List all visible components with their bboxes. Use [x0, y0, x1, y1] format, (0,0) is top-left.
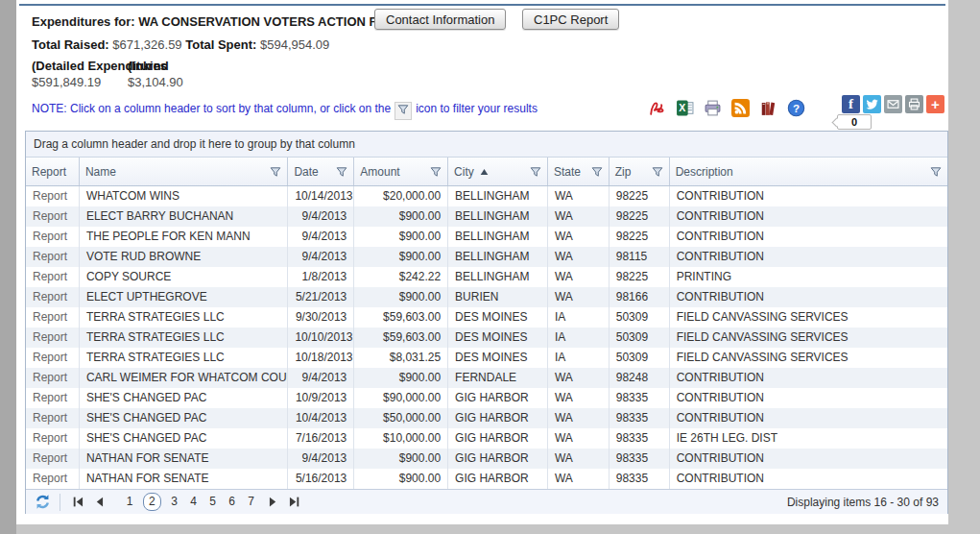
twitter-share-icon[interactable]: [863, 95, 881, 113]
cell-amount: $20,000.00: [354, 186, 448, 206]
cell-amount: $900.00: [354, 469, 448, 489]
report-link[interactable]: Report: [33, 290, 67, 303]
page-button-7[interactable]: 7: [246, 494, 257, 510]
report-link[interactable]: Report: [33, 411, 67, 425]
report-link[interactable]: Report: [33, 330, 67, 344]
excel-export-icon[interactable]: X: [676, 99, 694, 117]
report-link[interactable]: Report: [33, 230, 67, 243]
cell-date: 5/16/2013: [288, 469, 354, 489]
last-page-button[interactable]: [288, 496, 300, 508]
table-row: ReportTERRA STRATEGIES LLC10/10/2013$59,…: [26, 328, 947, 348]
column-header-city[interactable]: City: [448, 158, 548, 185]
table-row: ReportCARL WEIMER FOR WHATCOM COUNTY9/4/…: [26, 368, 947, 388]
page-button-3[interactable]: 3: [169, 494, 180, 510]
cell-amount: $900.00: [354, 247, 448, 267]
facebook-share-icon[interactable]: f: [842, 95, 860, 113]
filter-icon[interactable]: [530, 166, 541, 178]
cell-zip: 98225: [610, 267, 670, 287]
cell-report: Report: [26, 469, 80, 489]
column-header-zip[interactable]: Zip: [610, 158, 670, 185]
filter-icon[interactable]: [336, 166, 347, 178]
contact-information-button[interactable]: Contact Information: [374, 9, 506, 30]
note-text-before: NOTE: Click on a column header to sort b…: [32, 102, 391, 115]
cell-state: IA: [548, 307, 610, 328]
cell-zip: 98166: [610, 287, 670, 307]
filter-icon[interactable]: [930, 166, 942, 178]
refresh-icon[interactable]: [35, 494, 51, 510]
table-row: ReportTHE PEOPLE FOR KEN MANN9/4/2013$90…: [26, 227, 947, 247]
cell-description: IE 26TH LEG. DIST: [670, 428, 947, 449]
sharethis-more-icon[interactable]: +: [926, 95, 944, 113]
cell-description: CONTRIBUTION: [670, 227, 947, 247]
cell-description: CONTRIBUTION: [670, 388, 947, 408]
report-link[interactable]: Report: [33, 209, 67, 223]
previous-page-button[interactable]: [93, 496, 106, 508]
report-link[interactable]: Report: [33, 270, 67, 283]
filter-icon[interactable]: [430, 166, 442, 178]
first-page-button[interactable]: [72, 496, 84, 508]
rss-feed-icon[interactable]: [731, 99, 750, 117]
c1pc-report-button[interactable]: C1PC Report: [522, 9, 619, 30]
cell-city: BELLINGHAM: [448, 206, 548, 227]
filter-icon[interactable]: [591, 166, 603, 178]
cell-city: BELLINGHAM: [448, 267, 548, 287]
column-header-label: Date: [294, 165, 318, 179]
next-page-button[interactable]: [267, 496, 279, 508]
column-header-report[interactable]: Report: [26, 158, 80, 185]
cell-state: WA: [548, 428, 610, 449]
cell-city: GIG HARBOR: [448, 428, 548, 449]
title-label: Expenditures for:: [32, 14, 135, 29]
cell-amount: $59,603.00: [354, 328, 448, 348]
report-link[interactable]: Report: [33, 189, 67, 203]
cell-name: CARL WEIMER FOR WHATCOM COUNTY: [80, 368, 289, 388]
cell-state: WA: [548, 287, 610, 307]
cell-name: VOTE RUD BROWNE: [80, 247, 289, 267]
filter-icon[interactable]: [270, 166, 281, 178]
report-link[interactable]: Report: [33, 391, 67, 404]
page-button-5[interactable]: 5: [207, 494, 219, 510]
cell-date: 10/18/2013: [288, 348, 354, 368]
page-button-4[interactable]: 4: [188, 494, 200, 510]
column-header-date[interactable]: Date: [288, 158, 354, 185]
expenditures-grid: Drag a column header and drop it here to…: [25, 131, 948, 514]
table-row: ReportTERRA STRATEGIES LLC10/18/2013$8,0…: [26, 348, 947, 368]
pdf-export-icon[interactable]: [648, 99, 666, 117]
report-link[interactable]: Report: [33, 451, 67, 465]
group-by-drop-zone[interactable]: Drag a column header and drop it here to…: [26, 132, 947, 158]
cell-name: TERRA STRATEGIES LLC: [80, 348, 289, 368]
print-share-icon[interactable]: [905, 95, 923, 113]
cell-description: PRINTING: [670, 267, 947, 287]
reports-library-icon[interactable]: [759, 99, 777, 117]
column-header-amount[interactable]: Amount: [354, 158, 448, 185]
column-header-description[interactable]: Description: [670, 158, 947, 185]
cell-name: TERRA STRATEGIES LLC: [80, 307, 289, 328]
email-share-icon[interactable]: [884, 95, 902, 113]
help-icon[interactable]: ?: [787, 99, 805, 117]
cell-description: CONTRIBUTION: [670, 408, 947, 428]
share-count-badge: 0: [837, 114, 872, 130]
report-link[interactable]: Report: [33, 351, 67, 364]
column-header-state[interactable]: State: [548, 158, 610, 185]
cell-amount: $900.00: [354, 449, 448, 469]
cell-description: CONTRIBUTION: [670, 287, 947, 307]
pager-status: Displaying items 16 - 30 of 93: [787, 496, 939, 509]
report-link[interactable]: Report: [33, 250, 67, 263]
report-link[interactable]: Report: [33, 310, 67, 324]
cell-report: Report: [26, 186, 80, 206]
content-area: Expenditures for: WA CONSERVATION VOTERS…: [16, 0, 948, 524]
column-header-name[interactable]: Name: [80, 158, 289, 185]
title-value: WA CONSERVATION VOTERS ACTION FUND: [138, 14, 403, 29]
report-link[interactable]: Report: [33, 431, 67, 445]
print-icon[interactable]: [704, 99, 722, 117]
cell-name: NATHAN FOR SENATE: [80, 449, 289, 469]
cell-zip: 50309: [610, 328, 670, 348]
cell-description: CONTRIBUTION: [670, 368, 947, 388]
page-button-2[interactable]: 2: [143, 493, 161, 511]
page-button-6[interactable]: 6: [227, 494, 238, 510]
report-link[interactable]: Report: [33, 472, 67, 485]
report-link[interactable]: Report: [33, 371, 67, 384]
cell-report: Report: [26, 348, 80, 368]
page-button-1[interactable]: 1: [124, 494, 135, 510]
cell-state: WA: [548, 469, 610, 489]
filter-icon[interactable]: [652, 166, 663, 178]
